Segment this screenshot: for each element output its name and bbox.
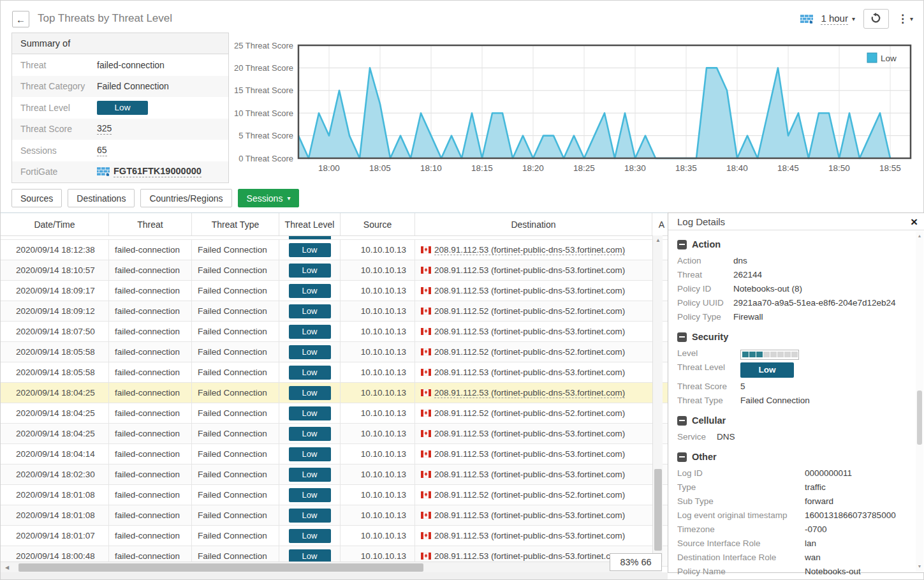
vertical-scroll-thumb[interactable]	[654, 469, 662, 551]
destination-link[interactable]: 208.91.112.53 (fortinet-public-dns-53.fo…	[434, 327, 625, 336]
svg-text:18:20: 18:20	[522, 163, 544, 173]
table-row[interactable]: 2020/09/14 18:07:50 failed-connection Fa…	[1, 322, 668, 342]
destination-link[interactable]: 208.91.112.52 (fortinet-public-dns-52.fo…	[434, 490, 625, 500]
table-row[interactable]: 2020/09/14 18:01:08 failed-connection Fa…	[1, 505, 668, 526]
column-header-source[interactable]: Source	[341, 213, 415, 235]
column-header-threat[interactable]: Threat	[109, 213, 192, 235]
collapse-icon[interactable]	[677, 332, 687, 342]
log-field-label: Threat Score	[677, 380, 740, 393]
fortigate-link[interactable]: FGT61FTK19000000	[114, 166, 202, 177]
canada-flag-icon	[421, 328, 431, 335]
collapse-icon[interactable]	[677, 240, 687, 249]
horizontal-scroll-thumb[interactable]	[18, 563, 423, 572]
cell-datetime: 2020/09/14 18:04:14	[1, 444, 109, 464]
summary-value-link[interactable]: 65	[97, 145, 107, 156]
destination-link[interactable]: 208.91.112.53 (fortinet-public-dns-53.fo…	[434, 470, 625, 479]
scroll-left-arrow-icon[interactable]: ◀	[2, 562, 12, 572]
back-arrow-icon: ←	[16, 14, 26, 25]
destination-link[interactable]: 208.91.112.53 (fortinet-public-dns-53.fo…	[434, 449, 625, 459]
more-menu-button[interactable]: ⋮ ▾	[897, 12, 913, 26]
column-header-threat-level[interactable]: Threat Level	[279, 213, 341, 235]
collapse-icon[interactable]	[677, 416, 687, 426]
section-header: Security	[677, 332, 911, 342]
collapse-icon[interactable]	[677, 452, 687, 462]
table-row[interactable]: 2020/09/14 18:09:12 failed-connection Fa…	[1, 301, 668, 322]
column-header-destination[interactable]: Destination	[415, 213, 652, 235]
log-details-scrollbar[interactable]: ▲ ▼	[916, 231, 923, 572]
cell-source: 10.10.10.13	[341, 301, 415, 321]
canada-flag-icon	[421, 532, 431, 539]
tab-sessions[interactable]: Sessions▾	[238, 189, 300, 207]
log-field-label: Service	[677, 431, 717, 443]
table-row[interactable]: 2020/09/14 18:04:14 failed-connection Fa…	[1, 444, 668, 465]
cell-destination: 208.91.112.53 (fortinet-public-dns-53.fo…	[415, 240, 652, 260]
table-row[interactable]: 2020/09/14 18:02:30 failed-connection Fa…	[1, 465, 668, 485]
refresh-button[interactable]	[863, 9, 889, 29]
summary-value-link[interactable]: 325	[97, 123, 112, 135]
table-row[interactable]: 2020/09/14 18:12:38 failed-connection Fa…	[1, 240, 668, 260]
tab-countries-regions[interactable]: Countries/Regions	[140, 189, 231, 207]
cell-destination: 208.91.112.53 (fortinet-public-dns-53.fo…	[415, 505, 652, 525]
log-field-row: Threat262144	[677, 269, 911, 281]
table-vertical-scrollbar[interactable]: ▲ ▼	[652, 235, 663, 562]
destination-link[interactable]: 208.91.112.52 (fortinet-public-dns-52.fo…	[434, 408, 625, 418]
cell-threat: failed-connection	[109, 342, 192, 362]
threat-level-badge: Low	[289, 447, 331, 461]
threat-level-badge: Low	[289, 406, 331, 420]
cell-threat: failed-connection	[109, 403, 192, 423]
log-details-scroll-thumb[interactable]	[917, 390, 922, 445]
time-range-dropdown[interactable]: 1 hour ▾	[800, 13, 855, 25]
svg-text:18:55: 18:55	[879, 163, 901, 173]
table-row[interactable]: 2020/09/14 18:04:25 failed-connection Fa…	[1, 403, 668, 424]
destination-link[interactable]: 208.91.112.53 (fortinet-public-dns-53.fo…	[434, 265, 625, 275]
destination-link[interactable]: 208.91.112.53 (fortinet-public-dns-53.fo…	[434, 510, 625, 520]
scroll-up-arrow-icon[interactable]: ▲	[916, 232, 923, 240]
table-horizontal-scrollbar[interactable]: ◀	[1, 561, 662, 572]
table-row[interactable]: 2020/09/14 18:10:57 failed-connection Fa…	[1, 260, 668, 281]
section-header: Other	[677, 452, 911, 462]
log-field-label: Level	[677, 347, 740, 360]
log-section-cellular: Cellular ServiceDNS	[677, 415, 911, 443]
summary-label: Threat Category	[20, 81, 97, 91]
table-header: Date/TimeThreatThreat TypeThreat LevelSo…	[1, 213, 668, 236]
destination-link[interactable]: 208.91.112.53 (fortinet-public-dns-53.fo…	[434, 388, 625, 398]
log-field-value: -0700	[805, 523, 827, 536]
destination-link[interactable]: 208.91.112.52 (fortinet-public-dns-52.fo…	[434, 347, 625, 357]
destination-link[interactable]: 208.91.112.53 (fortinet-public-dns-53.fo…	[434, 286, 625, 295]
destination-link[interactable]: 208.91.112.52 (fortinet-public-dns-52.fo…	[434, 306, 625, 316]
table-row[interactable]: 2020/09/14 18:01:08 failed-connection Fa…	[1, 485, 668, 505]
cell-source: 10.10.10.13	[341, 342, 415, 362]
tab-destinations[interactable]: Destinations	[68, 189, 135, 207]
table-row[interactable]: 2020/09/14 18:04:25 failed-connection Fa…	[1, 424, 668, 444]
cell-datetime: 2020/09/14 18:04:25	[1, 383, 109, 403]
scroll-up-arrow-icon[interactable]: ▲	[653, 235, 663, 246]
destination-link[interactable]: 208.91.112.53 (fortinet-public-dns-53.fo…	[434, 531, 625, 540]
tab-sources[interactable]: Sources	[11, 189, 62, 207]
refresh-icon	[870, 13, 881, 26]
column-header-date-time[interactable]: Date/Time	[1, 213, 109, 235]
column-header-action-partial[interactable]: A	[652, 213, 668, 235]
cell-source: 10.10.10.13	[341, 505, 415, 525]
destination-link[interactable]: 208.91.112.53 (fortinet-public-dns-53.fo…	[434, 368, 625, 377]
cell-datetime: 2020/09/14 18:12:38	[1, 240, 109, 260]
log-field-row: ServiceDNS	[677, 431, 911, 443]
close-button[interactable]: ×	[911, 216, 918, 228]
destination-link[interactable]: 208.91.112.53 (fortinet-public-dns-53.fo…	[434, 551, 625, 561]
threat-level-badge: Low	[289, 386, 331, 400]
table-row[interactable]: 2020/09/14 18:05:58 failed-connection Fa…	[1, 342, 668, 362]
scroll-down-arrow-icon[interactable]: ▼	[916, 563, 923, 570]
column-header-threat-type[interactable]: Threat Type	[192, 213, 279, 235]
table-row[interactable]: 2020/09/14 18:05:58 failed-connection Fa…	[1, 362, 668, 383]
table-row[interactable]: 2020/09/14 18:04:25 failed-connection Fa…	[1, 383, 668, 403]
cell-threat-level: Low	[279, 301, 341, 321]
cell-threat-level: Low	[279, 281, 341, 301]
destination-link[interactable]: 208.91.112.53 (fortinet-public-dns-53.fo…	[434, 245, 625, 255]
table-row[interactable]: 2020/09/14 18:01:07 failed-connection Fa…	[1, 526, 668, 546]
cell-threat: failed-connection	[109, 424, 192, 443]
table-row[interactable]: 2020/09/14 18:09:17 failed-connection Fa…	[1, 281, 668, 301]
log-field-label: Action	[677, 255, 733, 267]
close-icon: ×	[911, 215, 918, 228]
cell-threat-type: Failed Connection	[192, 383, 279, 403]
back-button[interactable]: ←	[12, 11, 29, 27]
destination-link[interactable]: 208.91.112.53 (fortinet-public-dns-53.fo…	[434, 429, 625, 438]
